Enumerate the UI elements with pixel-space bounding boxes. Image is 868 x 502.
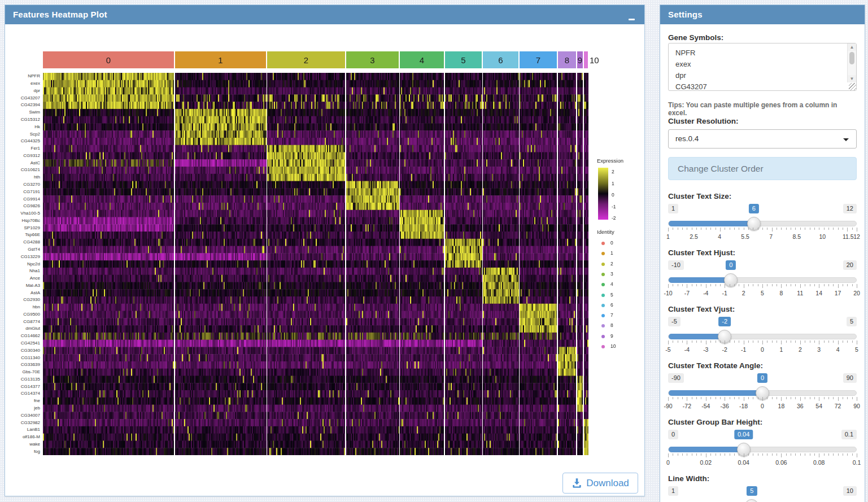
slider-tick <box>800 397 801 401</box>
slider-tick <box>852 453 853 456</box>
slider-tick-label: 2 <box>799 346 802 353</box>
slider-tick <box>819 397 819 401</box>
expression-legend-title: Expression <box>597 158 648 164</box>
gene-label: CG9312 <box>5 154 40 158</box>
slider-tick <box>696 228 697 230</box>
slider-tick <box>828 397 829 399</box>
slider-track[interactable] <box>668 447 857 452</box>
slider-tick-label: 1 <box>666 233 670 240</box>
heatmap-panel-title: Features Heatmap Plot <box>5 5 644 24</box>
slider-tick <box>687 397 687 401</box>
slider-tick <box>744 341 744 344</box>
slider-track[interactable] <box>668 277 857 283</box>
slider-min-badge: -5 <box>668 317 681 326</box>
minimize-button[interactable] <box>624 5 639 24</box>
gene-label: Swim <box>5 110 40 115</box>
identity-dot <box>601 273 605 276</box>
slider-handle[interactable] <box>745 499 758 502</box>
slider-tick <box>762 228 763 230</box>
slider-tick <box>716 228 716 230</box>
resize-handle[interactable] <box>849 83 856 90</box>
identity-dot <box>601 252 605 255</box>
slider-tick <box>810 397 810 399</box>
slider-tick-label: 7 <box>769 233 773 240</box>
identity-label: 5 <box>610 292 613 298</box>
slider-ticks <box>668 228 857 232</box>
gene-label: CG14374 <box>5 391 40 396</box>
slider-tick <box>758 341 758 343</box>
slider-track[interactable] <box>668 221 857 226</box>
identity-label: 4 <box>610 281 613 287</box>
slider-min-badge: -10 <box>668 260 684 270</box>
slider-ticks <box>668 341 857 345</box>
slider-tick <box>710 228 711 230</box>
gene-symbols-input[interactable]: NPFR exex dpr CG43207 <box>668 43 857 91</box>
slider-tick <box>706 284 706 288</box>
slider-track[interactable] <box>668 334 857 339</box>
slider-tick-label: 1 <box>779 346 783 353</box>
slider-tick <box>814 284 815 286</box>
gene-label: fne <box>5 399 40 403</box>
cluster-resolution-select[interactable]: res.0.4 <box>668 129 857 149</box>
expression-gradient-bar <box>598 168 608 220</box>
textarea-scrollbar[interactable]: ▲ ▼ <box>847 43 856 82</box>
slider-tick <box>730 397 730 399</box>
change-cluster-order-button[interactable]: Change Cluster Order <box>668 157 857 180</box>
slider-value-badge: 0 <box>757 373 767 383</box>
slider-tick <box>716 453 716 456</box>
identity-dot <box>601 283 605 286</box>
slider-tick <box>706 453 706 457</box>
gene-label: CG11340 <box>5 356 40 360</box>
download-button[interactable]: Download <box>562 473 638 494</box>
identity-dot <box>601 263 605 266</box>
slider-tick <box>852 341 853 343</box>
slider-tick <box>678 453 678 456</box>
slider-tick <box>673 228 673 230</box>
slider-ticks <box>668 453 857 458</box>
slider-tick <box>795 284 796 286</box>
expression-tick-label: -2 <box>612 215 616 221</box>
slider-tick-label: 36 <box>797 403 804 409</box>
slider-tick <box>843 397 843 399</box>
slider-tick <box>843 228 843 230</box>
scroll-up-icon[interactable]: ▲ <box>848 43 856 51</box>
slider-max-badge: 20 <box>843 260 857 270</box>
slider-tick <box>739 228 739 230</box>
settings-panel: Settings Gene Symbols: NPFR exex dpr CG4… <box>660 5 865 502</box>
slider-tick <box>786 397 787 399</box>
gene-label: SP1029 <box>5 226 40 230</box>
slider-tick <box>805 397 805 399</box>
scroll-down-icon[interactable]: ▼ <box>848 75 856 82</box>
slider-tick <box>716 341 716 343</box>
slider-tick <box>716 397 716 399</box>
slider-label: Line Width: <box>668 474 857 483</box>
slider-tick <box>720 228 721 232</box>
slider-max-badge: 12 <box>843 204 857 213</box>
slider-tick <box>748 397 749 399</box>
slider-tick <box>772 397 773 399</box>
scrollbar-thumb[interactable] <box>849 52 854 64</box>
cluster-resolution-label: Cluster Resolution: <box>668 117 857 125</box>
slider-tick-label: 5 <box>855 346 858 353</box>
gene-label: Ance <box>5 276 40 281</box>
identity-legend: Identity 012345678910 <box>597 229 648 359</box>
gene-label: Hsp70Bc <box>5 219 40 223</box>
gene-label: CG9500 <box>5 312 40 317</box>
slider-tick <box>692 284 692 286</box>
slider-tick <box>758 228 758 230</box>
slider-tick <box>753 341 753 343</box>
gene-label: AstA <box>5 291 40 295</box>
slider-tick <box>828 341 829 343</box>
slider-tick <box>795 341 796 343</box>
identity-label: 10 <box>610 343 616 349</box>
slider-tick <box>716 284 716 286</box>
gene-label: CG33639 <box>5 363 40 367</box>
gene-label: Fer1 <box>5 146 40 151</box>
slider-fill <box>669 221 754 226</box>
slider-line-width-: 1105 <box>668 486 857 502</box>
gene-label: CG44325 <box>5 139 40 143</box>
gene-axis-labels: NPFRexexdprCG43207CG42394SwimCG15312HkSc… <box>5 73 40 456</box>
slider-tick <box>824 284 825 286</box>
slider-tick <box>682 284 683 286</box>
slider-tick-label: 0.06 <box>775 459 787 466</box>
